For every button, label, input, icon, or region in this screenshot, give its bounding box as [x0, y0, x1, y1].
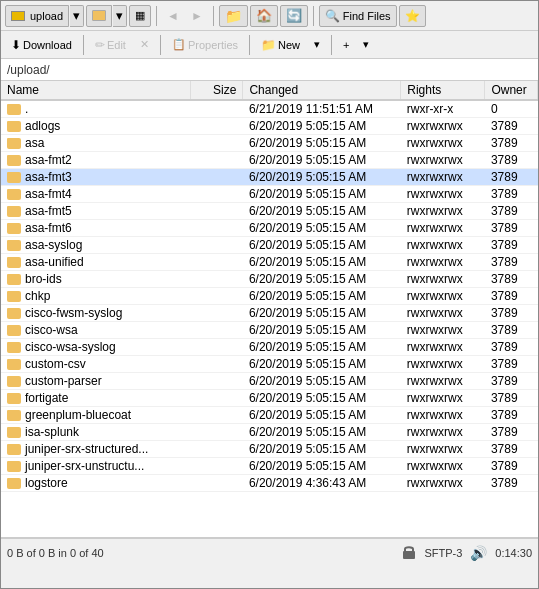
- status-info: 0 B of 0 B in 0 of 40: [7, 547, 104, 559]
- file-owner-cell: 3789: [485, 407, 538, 424]
- file-owner-cell: 3789: [485, 458, 538, 475]
- col-header-rights[interactable]: Rights: [401, 81, 485, 100]
- upload-icon: [11, 11, 25, 21]
- file-name-cell: custom-parser: [1, 373, 190, 390]
- separator3: [313, 6, 314, 26]
- speaker-icon: 🔊: [470, 545, 487, 561]
- separator6: [249, 35, 250, 55]
- folder-dropdown-button[interactable]: ▾: [113, 5, 127, 27]
- filelist-container[interactable]: Name Size Changed Rights Owner .6/21/201…: [1, 81, 538, 538]
- folder-icon: [7, 325, 21, 336]
- col-header-owner[interactable]: Owner: [485, 81, 538, 100]
- delete-label: ✕: [140, 38, 149, 51]
- table-row[interactable]: fortigate6/20/2019 5:05:15 AMrwxrwxrwx37…: [1, 390, 538, 407]
- table-row[interactable]: logstore6/20/2019 4:36:43 AMrwxrwxrwx378…: [1, 475, 538, 492]
- edit-icon: ✏: [95, 38, 105, 52]
- root-button[interactable]: 🏠: [250, 5, 278, 27]
- file-name-cell: asa-fmt6: [1, 220, 190, 237]
- table-row[interactable]: adlogs6/20/2019 5:05:15 AMrwxrwxrwx3789: [1, 118, 538, 135]
- table-row[interactable]: greenplum-bluecoat6/20/2019 5:05:15 AMrw…: [1, 407, 538, 424]
- file-changed-cell: 6/20/2019 5:05:15 AM: [243, 220, 401, 237]
- toolbar2: ⬇ Download ✏ Edit ✕ 📋 Properties 📁 New ▾…: [1, 31, 538, 59]
- table-row[interactable]: asa-unified6/20/2019 5:05:15 AMrwxrwxrwx…: [1, 254, 538, 271]
- filter-button[interactable]: ▦: [129, 5, 151, 27]
- table-row[interactable]: isa-splunk6/20/2019 5:05:15 AMrwxrwxrwx3…: [1, 424, 538, 441]
- file-changed-cell: 6/20/2019 5:05:15 AM: [243, 152, 401, 169]
- table-row[interactable]: asa-syslog6/20/2019 5:05:15 AMrwxrwxrwx3…: [1, 237, 538, 254]
- download-button[interactable]: ⬇ Download: [5, 34, 78, 56]
- table-row[interactable]: asa-fmt36/20/2019 5:05:15 AMrwxrwxrwx378…: [1, 169, 538, 186]
- file-name-cell: greenplum-bluecoat: [1, 407, 190, 424]
- upload-dropdown-button[interactable]: ▾: [70, 5, 84, 27]
- new-dropdown-button[interactable]: ▾: [308, 34, 326, 56]
- file-name-cell: cisco-fwsm-syslog: [1, 305, 190, 322]
- folder-icon: [7, 342, 21, 353]
- find-files-button[interactable]: 🔍 Find Files: [319, 5, 397, 27]
- file-rights-cell: rwxrwxrwx: [401, 203, 485, 220]
- file-rights-cell: rwxrwxrwx: [401, 475, 485, 492]
- table-row[interactable]: .6/21/2019 11:51:51 AMrwxr-xr-x0: [1, 100, 538, 118]
- folder-button[interactable]: [86, 5, 112, 27]
- upload-button[interactable]: upload: [5, 5, 69, 27]
- folder-icon: [7, 393, 21, 404]
- file-owner-cell: 3789: [485, 254, 538, 271]
- col-header-size[interactable]: Size: [190, 81, 243, 100]
- forward-button[interactable]: ►: [186, 5, 208, 27]
- file-size-cell: [190, 390, 243, 407]
- status-connection: SFTP-3: [424, 547, 462, 559]
- browse-folder-button[interactable]: 📁: [219, 5, 248, 27]
- delete-button[interactable]: ✕: [134, 34, 155, 56]
- refresh-button[interactable]: 🔄: [280, 5, 308, 27]
- table-row[interactable]: asa-fmt26/20/2019 5:05:15 AMrwxrwxrwx378…: [1, 152, 538, 169]
- folder-icon: [7, 291, 21, 302]
- separator1: [156, 6, 157, 26]
- file-changed-cell: 6/20/2019 5:05:15 AM: [243, 339, 401, 356]
- file-changed-cell: 6/20/2019 5:05:15 AM: [243, 135, 401, 152]
- file-name-cell: asa-fmt2: [1, 152, 190, 169]
- edit-button[interactable]: ✏ Edit: [89, 34, 132, 56]
- table-row[interactable]: chkp6/20/2019 5:05:15 AMrwxrwxrwx3789: [1, 288, 538, 305]
- table-row[interactable]: custom-csv6/20/2019 5:05:15 AMrwxrwxrwx3…: [1, 356, 538, 373]
- new-button[interactable]: 📁 New: [255, 34, 306, 56]
- table-row[interactable]: cisco-fwsm-syslog6/20/2019 5:05:15 AMrwx…: [1, 305, 538, 322]
- folder-icon: [92, 10, 106, 21]
- table-row[interactable]: custom-parser6/20/2019 5:05:15 AMrwxrwxr…: [1, 373, 538, 390]
- bookmarks-button[interactable]: ⭐: [399, 5, 426, 27]
- table-row[interactable]: cisco-wsa6/20/2019 5:05:15 AMrwxrwxrwx37…: [1, 322, 538, 339]
- file-size-cell: [190, 288, 243, 305]
- table-row[interactable]: cisco-wsa-syslog6/20/2019 5:05:15 AMrwxr…: [1, 339, 538, 356]
- file-owner-cell: 3789: [485, 169, 538, 186]
- table-row[interactable]: asa6/20/2019 5:05:15 AMrwxrwxrwx3789: [1, 135, 538, 152]
- filelist-table: Name Size Changed Rights Owner .6/21/201…: [1, 81, 538, 492]
- col-header-changed[interactable]: Changed: [243, 81, 401, 100]
- file-changed-cell: 6/20/2019 5:05:15 AM: [243, 458, 401, 475]
- table-row[interactable]: asa-fmt56/20/2019 5:05:15 AMrwxrwxrwx378…: [1, 203, 538, 220]
- file-owner-cell: 3789: [485, 390, 538, 407]
- folder-icon: [7, 104, 21, 115]
- table-row[interactable]: asa-fmt66/20/2019 5:05:15 AMrwxrwxrwx378…: [1, 220, 538, 237]
- table-row[interactable]: bro-ids6/20/2019 5:05:15 AMrwxrwxrwx3789: [1, 271, 538, 288]
- folder-icon: [7, 376, 21, 387]
- properties-button[interactable]: 📋 Properties: [166, 34, 244, 56]
- table-row[interactable]: juniper-srx-unstructu...6/20/2019 5:05:1…: [1, 458, 538, 475]
- file-rights-cell: rwxrwxrwx: [401, 118, 485, 135]
- back-button[interactable]: ◄: [162, 5, 184, 27]
- file-name-cell: fortigate: [1, 390, 190, 407]
- statusbar-right: SFTP-3 🔊 0:14:30: [402, 544, 532, 562]
- file-changed-cell: 6/20/2019 5:05:15 AM: [243, 186, 401, 203]
- file-size-cell: [190, 441, 243, 458]
- file-name-cell: asa-syslog: [1, 237, 190, 254]
- table-row[interactable]: juniper-srx-structured...6/20/2019 5:05:…: [1, 441, 538, 458]
- table-header: Name Size Changed Rights Owner: [1, 81, 538, 100]
- table-row[interactable]: asa-fmt46/20/2019 5:05:15 AMrwxrwxrwx378…: [1, 186, 538, 203]
- folder-icon: [7, 155, 21, 166]
- filter2-button[interactable]: ▾: [357, 34, 375, 56]
- plus-button[interactable]: +: [337, 34, 355, 56]
- file-owner-cell: 3789: [485, 271, 538, 288]
- file-rights-cell: rwxrwxrwx: [401, 322, 485, 339]
- file-owner-cell: 3789: [485, 186, 538, 203]
- folder-icon: [7, 410, 21, 421]
- file-rights-cell: rwxrwxrwx: [401, 237, 485, 254]
- find-files-icon: 🔍: [325, 9, 340, 23]
- col-header-name[interactable]: Name: [1, 81, 190, 100]
